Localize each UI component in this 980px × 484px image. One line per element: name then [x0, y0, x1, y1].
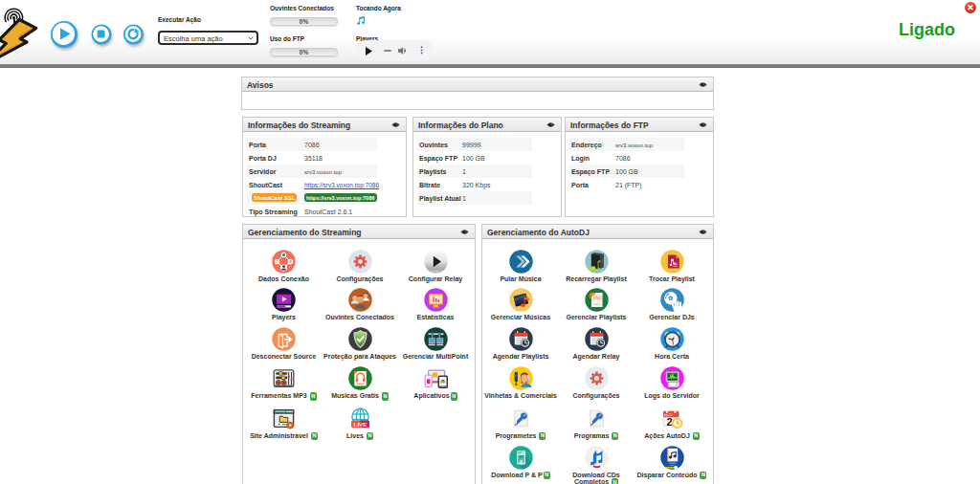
svg-text:MP3: MP3: [517, 451, 523, 454]
svg-text:play: play: [592, 296, 602, 300]
svg-text:LIVE: LIVE: [353, 420, 367, 427]
svg-text:2: 2: [666, 415, 672, 427]
